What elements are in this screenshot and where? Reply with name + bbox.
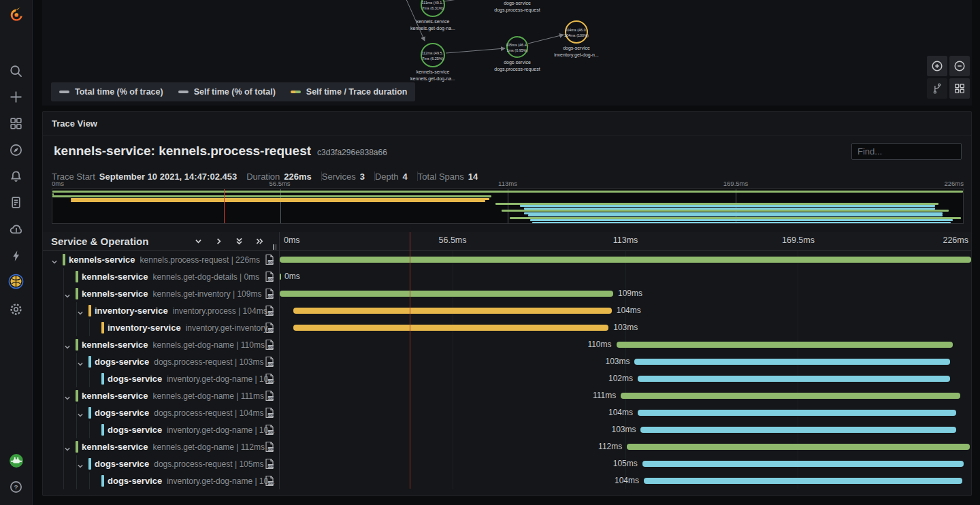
cloud-alert-icon[interactable]: [8, 222, 24, 238]
span-bar[interactable]: [280, 291, 613, 297]
span-timeline-cell[interactable]: 0ms: [280, 268, 971, 285]
span-bar[interactable]: [640, 427, 956, 433]
expand-chevron-icon[interactable]: [77, 358, 84, 370]
zoom-out-button[interactable]: [949, 56, 970, 76]
span-timeline-cell[interactable]: 105ms: [280, 455, 971, 472]
span-timeline-cell[interactable]: 112ms: [280, 438, 971, 455]
span-timeline-cell[interactable]: 104ms: [280, 472, 971, 489]
span-logs-icon[interactable]: LOG: [265, 271, 274, 285]
span-name-cell[interactable]: kennels-servicekennels.get-dog-name | 11…: [43, 336, 280, 353]
span-name-cell[interactable]: kennels-servicekennels.get-dog-name | 11…: [43, 438, 280, 455]
document-icon[interactable]: [8, 194, 24, 210]
span-logs-icon[interactable]: LOG: [265, 305, 274, 319]
span-name-cell[interactable]: dogs-serviceinventory.get-dog-name | 10.…: [43, 370, 280, 387]
span-logs-icon[interactable]: LOG: [265, 339, 274, 353]
column-resize-handle[interactable]: [273, 244, 276, 250]
graph-node-kennels-service[interactable]: 111ms (49.1..7ms (6.31%)kennels-servicek…: [410, 0, 455, 31]
span-logs-icon[interactable]: LOG: [265, 475, 274, 489]
expand-chevron-icon[interactable]: [77, 409, 84, 421]
span-name-cell[interactable]: dogs-serviceinventory.get-dog-name | 10.…: [43, 472, 280, 489]
span-timeline-cell[interactable]: 103ms: [280, 319, 971, 336]
span-name-cell[interactable]: kennels-servicekennels.get-inventory | 1…: [43, 285, 280, 302]
span-timeline-cell[interactable]: 102ms: [280, 370, 971, 387]
expand-chevron-icon[interactable]: [64, 341, 71, 353]
span-bar[interactable]: [638, 376, 950, 382]
trace-row[interactable]: kennels-servicekennels.get-dog-name | 11…: [43, 336, 971, 353]
span-logs-icon[interactable]: LOG: [265, 441, 274, 455]
expand-chevron-icon[interactable]: [77, 460, 84, 472]
span-bar[interactable]: [621, 393, 960, 399]
span-bar[interactable]: [638, 410, 956, 416]
span-logs-icon[interactable]: LOG: [265, 356, 274, 370]
trace-row[interactable]: inventory-serviceinventory.process | 104…: [43, 302, 971, 319]
span-logs-icon[interactable]: LOG: [265, 288, 274, 302]
span-name-cell[interactable]: kennels-servicekennels.process-request |…: [43, 251, 280, 268]
span-name-cell[interactable]: kennels-servicekennels.get-dog-details |…: [43, 268, 280, 285]
minimap-canvas[interactable]: [52, 189, 964, 224]
span-name-cell[interactable]: inventory-serviceinventory.get-inventory…: [43, 319, 280, 336]
plus-icon[interactable]: [8, 88, 24, 105]
graph-node-dogs-service[interactable]: 104ms (46.0..104ms (100%)dogs-serviceinv…: [554, 21, 599, 58]
collapse-all-icon[interactable]: [255, 237, 264, 246]
span-bar[interactable]: [642, 461, 964, 467]
trace-row[interactable]: kennels-servicekennels.get-dog-name | 11…: [43, 438, 971, 455]
layout-button[interactable]: [927, 78, 947, 99]
span-bar[interactable]: [293, 308, 612, 314]
span-timeline-cell[interactable]: 109ms: [280, 285, 971, 302]
collapse-one-icon[interactable]: [214, 237, 223, 246]
span-timeline-cell[interactable]: 110ms: [280, 336, 971, 353]
expand-chevron-icon[interactable]: [51, 256, 58, 268]
find-input[interactable]: [851, 143, 962, 160]
grid-layout-button[interactable]: [949, 78, 970, 99]
expand-chevron-icon[interactable]: [77, 307, 84, 319]
graph-node-dogs-service[interactable]: dogs-servicedogs.process-request: [494, 0, 540, 13]
span-bar[interactable]: [280, 257, 971, 263]
trace-row[interactable]: dogs-servicedogs.process-request | 105ms…: [43, 455, 971, 472]
span-timeline-cell[interactable]: 103ms: [280, 353, 971, 370]
span-name-cell[interactable]: kennels-servicekennels.get-dog-name | 11…: [43, 387, 280, 404]
span-timeline-cell[interactable]: 104ms: [280, 302, 971, 319]
span-logs-icon[interactable]: LOG: [265, 458, 274, 472]
graph-node-kennels-service[interactable]: 112ms (49.5..7ms (6.25%)kennels-servicek…: [410, 44, 455, 82]
zoom-in-button[interactable]: [927, 56, 947, 76]
span-bar[interactable]: [293, 325, 608, 331]
span-logs-icon[interactable]: LOG: [265, 254, 274, 268]
trace-row[interactable]: kennels-servicekennels.get-dog-name | 11…: [43, 387, 971, 404]
span-logs-icon[interactable]: LOG: [265, 373, 274, 387]
span-name-cell[interactable]: inventory-serviceinventory.process | 104…: [43, 302, 280, 319]
search-icon[interactable]: [8, 63, 24, 79]
dashboards-icon[interactable]: [8, 115, 24, 131]
trace-row[interactable]: dogs-serviceinventory.get-dog-name | 10.…: [43, 421, 971, 438]
span-logs-icon[interactable]: LOG: [265, 322, 274, 336]
settings-gear-icon[interactable]: [8, 301, 24, 317]
trace-row[interactable]: dogs-serviceinventory.get-dog-name | 10.…: [43, 370, 971, 387]
lightning-icon[interactable]: [8, 248, 24, 264]
trace-row[interactable]: dogs-servicedogs.process-request | 104ms…: [43, 404, 971, 421]
span-bar[interactable]: [280, 274, 281, 280]
span-logs-icon[interactable]: LOG: [265, 390, 274, 404]
alerting-bell-icon[interactable]: [8, 168, 24, 184]
span-logs-icon[interactable]: LOG: [265, 424, 274, 438]
expand-chevron-icon[interactable]: [64, 392, 71, 404]
span-name-cell[interactable]: dogs-servicedogs.process-request | 105ms…: [43, 455, 280, 472]
expand-chevron-icon[interactable]: [64, 290, 71, 302]
span-bar[interactable]: [627, 444, 970, 450]
plugin-green-icon[interactable]: [8, 453, 24, 469]
trace-row[interactable]: dogs-serviceinventory.get-dog-name | 10.…: [43, 472, 971, 489]
trace-row[interactable]: kennels-servicekennels.get-dog-details |…: [43, 268, 971, 285]
expand-one-icon[interactable]: [194, 237, 203, 246]
trace-row[interactable]: kennels-servicekennels.get-inventory | 1…: [43, 285, 971, 302]
span-bar[interactable]: [617, 342, 953, 348]
expand-chevron-icon[interactable]: [64, 443, 71, 455]
span-timeline-cell[interactable]: 111ms: [280, 387, 971, 404]
span-name-cell[interactable]: dogs-servicedogs.process-request | 103ms…: [43, 353, 280, 370]
explore-compass-icon[interactable]: [8, 142, 24, 158]
help-icon[interactable]: ?: [8, 478, 24, 495]
trace-row[interactable]: dogs-servicedogs.process-request | 103ms…: [43, 353, 971, 370]
trace-row[interactable]: inventory-serviceinventory.get-inventory…: [43, 319, 971, 336]
span-timeline-cell[interactable]: [280, 251, 971, 268]
expand-all-icon[interactable]: [235, 237, 244, 246]
span-timeline-cell[interactable]: 103ms: [280, 421, 971, 438]
span-timeline-cell[interactable]: 104ms: [280, 404, 971, 421]
span-name-cell[interactable]: dogs-servicedogs.process-request | 104ms…: [43, 404, 280, 421]
